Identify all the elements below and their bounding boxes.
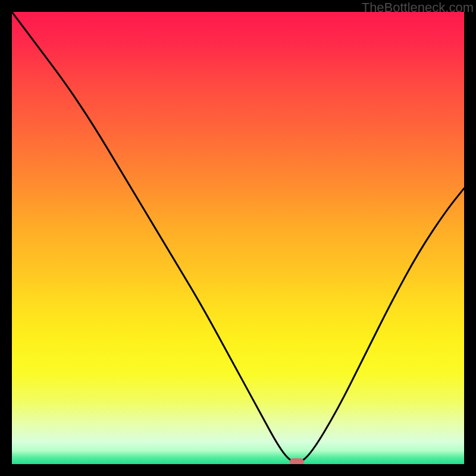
bottleneck-curve xyxy=(12,12,464,462)
plot-area xyxy=(12,12,464,464)
chart-frame: TheBottleneck.com xyxy=(0,0,476,476)
min-marker xyxy=(290,458,304,464)
curve-layer xyxy=(12,12,464,464)
